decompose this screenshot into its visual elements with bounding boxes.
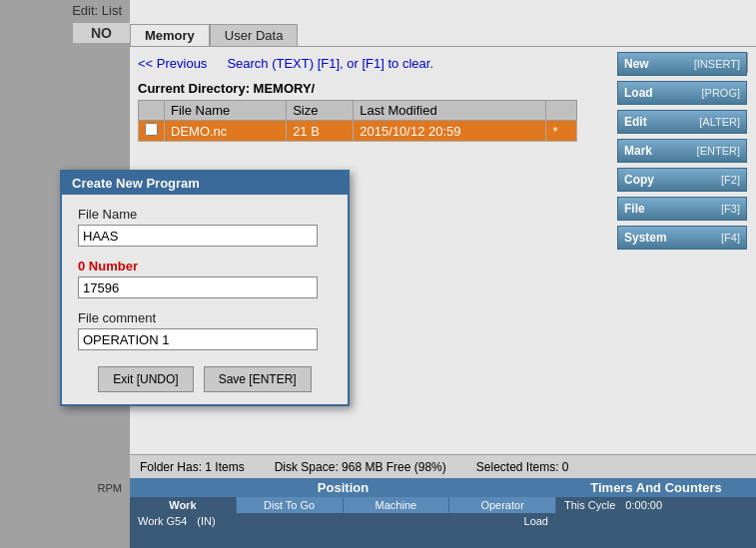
comment-label: File comment — [78, 310, 332, 325]
create-new-program-modal: Create New Program File Name 0 Number Fi… — [60, 170, 350, 406]
filename-label: File Name — [78, 207, 332, 222]
filename-input[interactable] — [78, 225, 318, 247]
exit-button[interactable]: Exit [UNDO] — [98, 366, 193, 392]
modal-body: File Name 0 Number File comment Exit [UN… — [62, 195, 348, 404]
save-button[interactable]: Save [ENTER] — [204, 366, 312, 392]
filename-group: File Name — [78, 207, 332, 247]
onumber-group: 0 Number — [78, 259, 332, 298]
modal-buttons: Exit [UNDO] Save [ENTER] — [78, 366, 332, 392]
comment-input[interactable] — [78, 328, 318, 350]
comment-group: File comment — [78, 310, 332, 350]
modal-overlay: Create New Program File Name 0 Number Fi… — [0, 0, 756, 548]
onumber-label: 0 Number — [78, 259, 332, 274]
modal-title: Create New Program — [62, 172, 348, 195]
onumber-input[interactable] — [78, 276, 318, 298]
